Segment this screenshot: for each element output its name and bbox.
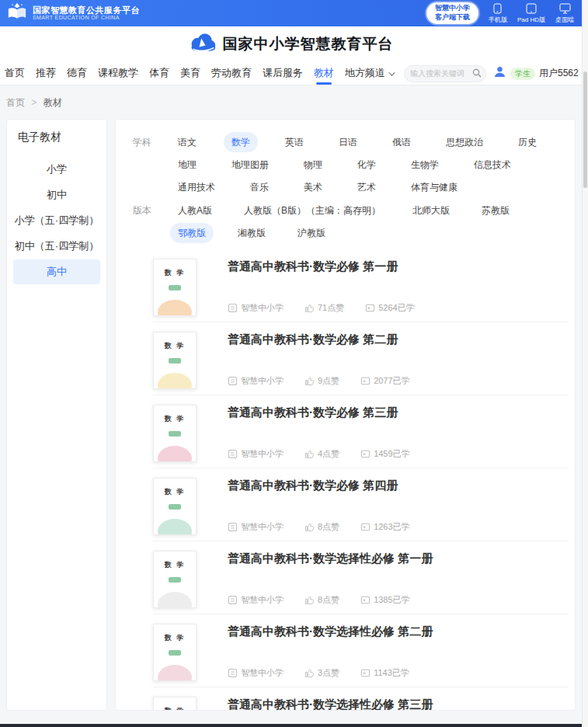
sidebar-item-junior[interactable]: 初中 — [13, 183, 100, 207]
book-cover[interactable]: 数 学 — [153, 551, 197, 608]
learned-count-icon — [360, 522, 371, 532]
version-pill[interactable]: 苏教版 — [474, 200, 517, 221]
sidebar-item-junior-54[interactable]: 初中（五·四学制） — [13, 234, 100, 259]
book-row[interactable]: 数 学 普通高中教科书·数学必修 第二册 智慧中小学 9点赞 2077已学 — [153, 322, 569, 395]
textbook-panel: 学科 语文 数学 英语 日语 俄语 思想政治 历史 地理 地理图册 物理 化学 … — [115, 119, 576, 711]
sidebar-title: 电子教材 — [7, 130, 106, 157]
subject-pill[interactable]: 物理 — [296, 155, 330, 175]
nav-item-local-channel[interactable]: 地方频道 — [345, 62, 393, 85]
likes-group: 3点赞 — [304, 667, 339, 679]
site-logo-icon — [189, 33, 217, 56]
nav-item-moral-education[interactable]: 德育 — [67, 62, 87, 85]
subject-pill[interactable]: 音乐 — [242, 177, 277, 197]
search-icon[interactable] — [472, 67, 482, 81]
version-pill[interactable]: 人教版（B版）（主编：高存明） — [236, 200, 388, 221]
nav-item-course-teaching[interactable]: 课程教学 — [98, 62, 138, 85]
book-cover[interactable]: 数 学 — [153, 405, 197, 462]
subject-pill[interactable]: 历史 — [510, 132, 545, 152]
site-header: 国家中小学智慧教育平台 — [0, 26, 582, 62]
app-badge-icon — [228, 376, 238, 386]
main-nav: 首页 推荐 德育 课程教学 体育 美育 劳动教育 课后服务 教材 地方频道 学生… — [0, 62, 582, 85]
scrollbar-track[interactable] — [582, 0, 588, 727]
book-title[interactable]: 普通高中教科书·数学必修 第一册 — [228, 259, 569, 274]
version-pill[interactable]: 北师大版 — [405, 200, 458, 221]
app-badge-icon — [228, 595, 238, 605]
learned-group: 1459已学 — [360, 448, 409, 460]
book-title[interactable]: 普通高中教科书·数学选择性必修 第一册 — [228, 551, 569, 566]
thumbs-up-icon — [304, 303, 315, 313]
subject-pill[interactable]: 地理图册 — [224, 155, 277, 175]
subject-pill[interactable]: 体育与健康 — [403, 177, 465, 197]
subject-pill[interactable]: 生物学 — [403, 155, 447, 175]
search-input[interactable] — [410, 69, 472, 78]
subject-filter-label: 学科 — [133, 132, 161, 197]
app-badge-icon — [228, 522, 238, 532]
book-cover[interactable]: 数 学 — [153, 332, 197, 389]
subject-pill[interactable]: 通用技术 — [170, 177, 223, 197]
search-box[interactable] — [404, 65, 486, 82]
site-title: 国家中小学智慧教育平台 — [223, 34, 394, 54]
book-row[interactable]: 数 学 普通高中教科书·数学选择性必修 第一册 智慧中小学 8点赞 1385已学 — [153, 541, 569, 614]
publisher-group: 智慧中小学 — [228, 594, 284, 606]
subject-pill[interactable]: 化学 — [350, 155, 384, 175]
publisher-group: 智慧中小学 — [228, 667, 284, 679]
nav-item-pe[interactable]: 体育 — [149, 62, 169, 85]
learned-group: 1385已学 — [360, 594, 409, 606]
learned-count-icon — [360, 668, 371, 678]
client-download-button[interactable]: 智慧中小学 客户端下载 — [426, 2, 478, 23]
subject-pill[interactable]: 美术 — [296, 177, 330, 197]
subject-pill[interactable]: 英语 — [277, 132, 311, 152]
scrollbar-thumb[interactable] — [583, 71, 587, 188]
publisher-group: 智慧中小学 — [228, 302, 284, 314]
mobile-app-link[interactable]: 手机版 — [489, 3, 507, 24]
pad-app-link[interactable]: Pad HD版 — [517, 3, 545, 24]
book-title[interactable]: 普通高中教科书·数学选择性必修 第二册 — [228, 624, 569, 639]
book-cover[interactable]: 数 学 — [153, 478, 197, 535]
nav-item-aesthetic[interactable]: 美育 — [180, 62, 200, 85]
subject-pill[interactable]: 思想政治 — [438, 132, 491, 152]
book-cover[interactable]: 数 学 — [153, 259, 197, 316]
sidebar-item-primary-54[interactable]: 小学（五·四学制） — [13, 208, 100, 233]
user-area[interactable]: 学生 用户5562 — [493, 65, 579, 82]
book-row[interactable]: 数 学 普通高中教科书·数学必修 第四册 智慧中小学 8点赞 1263已学 — [153, 468, 569, 541]
likes-group: 4点赞 — [304, 448, 339, 460]
version-filter-row: 版本 人教A版 人教版（B版）（主编：高存明） 北师大版 苏教版 鄂教版 湘教版… — [133, 200, 569, 243]
breadcrumb-current: 教材 — [43, 97, 62, 108]
version-pill[interactable]: 沪教版 — [290, 223, 333, 243]
phone-icon — [493, 3, 502, 14]
thumbs-up-icon — [304, 668, 315, 678]
desktop-app-link[interactable]: 桌面端 — [555, 3, 574, 24]
nav-item-after-school[interactable]: 课后服务 — [263, 62, 303, 85]
book-row[interactable]: 数 学 普通高中教科书·数学选择性必修 第三册 智慧中小学 6点赞 1345已学 — [153, 687, 569, 711]
book-title[interactable]: 普通高中教科书·数学必修 第二册 — [228, 332, 569, 347]
platform-brand[interactable]: 国家智慧教育公共服务平台 SMART EDUCATION OF CHINA — [6, 2, 140, 24]
book-row[interactable]: 数 学 普通高中教科书·数学必修 第一册 智慧中小学 71点赞 5264已学 — [153, 249, 569, 322]
learned-group: 5264已学 — [365, 302, 414, 314]
nav-item-labor-education[interactable]: 劳动教育 — [211, 62, 252, 85]
subject-pill[interactable]: 俄语 — [384, 132, 419, 152]
breadcrumb-home[interactable]: 首页 — [6, 97, 25, 108]
sidebar-item-primary[interactable]: 小学 — [13, 157, 100, 182]
subject-pill[interactable]: 艺术 — [350, 177, 384, 197]
book-row[interactable]: 数 学 普通高中教科书·数学选择性必修 第二册 智慧中小学 3点赞 1143已学 — [153, 614, 569, 687]
book-cover[interactable]: 数 学 — [153, 697, 197, 711]
subject-pill[interactable]: 语文 — [170, 132, 204, 152]
book-title[interactable]: 普通高中教科书·数学必修 第三册 — [228, 405, 569, 420]
nav-item-home[interactable]: 首页 — [5, 62, 25, 85]
book-title[interactable]: 普通高中教科书·数学选择性必修 第三册 — [228, 697, 569, 711]
tablet-icon — [526, 3, 537, 14]
subject-pill[interactable]: 日语 — [331, 132, 365, 152]
sidebar-item-senior[interactable]: 高中 — [13, 259, 100, 284]
thumbs-up-icon — [304, 449, 315, 459]
subject-pill-active[interactable]: 数学 — [224, 132, 258, 152]
version-pill[interactable]: 人教A版 — [170, 200, 220, 221]
version-pill[interactable]: 湘教版 — [230, 223, 273, 243]
book-row[interactable]: 数 学 普通高中教科书·数学必修 第三册 智慧中小学 4点赞 1459已学 — [153, 395, 569, 468]
book-title[interactable]: 普通高中教科书·数学必修 第四册 — [228, 478, 569, 493]
book-cover[interactable]: 数 学 — [153, 624, 197, 681]
subject-pill[interactable]: 信息技术 — [466, 155, 519, 175]
version-pill-active[interactable]: 鄂教版 — [170, 223, 214, 243]
nav-item-recommend[interactable]: 推荐 — [36, 62, 56, 85]
nav-item-textbooks[interactable]: 教材 — [314, 62, 334, 85]
subject-pill[interactable]: 地理 — [170, 155, 204, 175]
